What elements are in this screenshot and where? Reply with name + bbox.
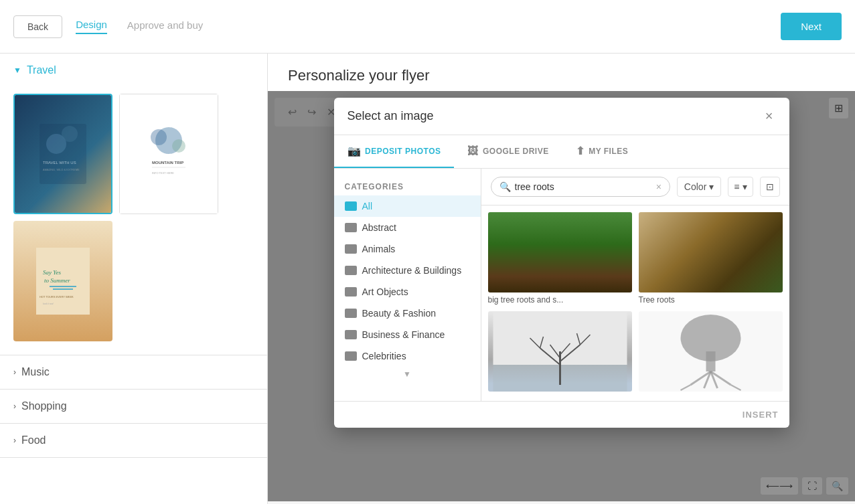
sidebar-section-music: › Music — [0, 355, 267, 390]
chevron-down-icon: ▼ — [13, 66, 21, 75]
category-item-arch[interactable]: Architecture & Buildings — [334, 260, 481, 281]
sidebar-section-shopping-header[interactable]: › Shopping — [0, 390, 267, 423]
image-thumb-2 — [488, 311, 632, 392]
search-icon: 🔍 — [499, 181, 511, 192]
template-preview-travel2: MOUNTAIN TRIP INFO TEXT HERE — [119, 94, 218, 214]
template-card-summer[interactable]: Say Yes to Summer HOT TOURS EVERY WEEK b… — [13, 221, 112, 341]
insert-button[interactable]: INSERT — [743, 410, 779, 420]
search-input-wrap: 🔍 × — [491, 177, 670, 197]
image-thumb-0 — [488, 212, 632, 292]
top-navigation: Back Design Approve and buy Next — [0, 0, 855, 54]
tab-approve-buy[interactable]: Approve and buy — [127, 19, 203, 33]
modal-overlay: Select an image × 📷 DEPOSIT PHOTOS 🖼 GOO… — [268, 91, 855, 501]
images-panel: 🔍 × Color ▾ ≡ ▾ — [481, 169, 789, 401]
image-cell-1[interactable]: Tree roots — [639, 212, 783, 305]
main-layout: ▼ Travel TRAVEL WITH US AMAZING, WILD & … — [0, 54, 855, 504]
category-item-animals[interactable]: Animals — [334, 238, 481, 260]
svg-text:AMAZING, WILD & EXTREME: AMAZING, WILD & EXTREME — [43, 168, 80, 171]
search-input[interactable] — [515, 181, 652, 192]
content-area: Personalize your flyer ↩ ↪ ✕ ⊞ — [268, 54, 855, 504]
next-button[interactable]: Next — [781, 13, 842, 40]
category-item-beauty[interactable]: Beauty & Fashion — [334, 303, 481, 324]
color-filter-label: Color — [684, 181, 706, 192]
svg-point-7 — [172, 139, 185, 153]
modal-tabs: 📷 DEPOSIT PHOTOS 🖼 GOOGLE DRIVE ⬆ MY FIL… — [334, 135, 789, 169]
tab-google-drive[interactable]: 🖼 GOOGLE DRIVE — [454, 135, 562, 168]
sidebar: ▼ Travel TRAVEL WITH US AMAZING, WILD & … — [0, 54, 268, 504]
folder-icon-arch — [345, 266, 357, 275]
modal-footer: INSERT — [334, 401, 789, 428]
svg-text:TRAVEL WITH US: TRAVEL WITH US — [43, 161, 76, 165]
tab-deposit-photos-label: DEPOSIT PHOTOS — [365, 147, 441, 156]
folder-icon-business — [345, 330, 357, 339]
aspect-filter[interactable]: ⊡ — [760, 177, 780, 197]
scroll-down-indicator: ▼ — [334, 367, 481, 382]
svg-point-6 — [151, 129, 167, 145]
template-card-travel1[interactable]: TRAVEL WITH US AMAZING, WILD & EXTREME — [13, 94, 112, 214]
category-label-arch: Architecture & Buildings — [362, 265, 462, 276]
sort-filter[interactable]: ≡ ▾ — [728, 177, 753, 197]
search-clear-button[interactable]: × — [656, 181, 662, 192]
folder-icon-all — [345, 201, 357, 211]
modal-close-button[interactable]: × — [763, 108, 776, 124]
sidebar-templates-travel: TRAVEL WITH US AMAZING, WILD & EXTREME M… — [0, 87, 267, 355]
svg-text:MOUNTAIN TRIP: MOUNTAIN TRIP — [152, 161, 183, 165]
categories-label: CATEGORIES — [334, 175, 481, 195]
category-label-beauty: Beauty & Fashion — [362, 308, 437, 319]
template-card-travel2[interactable]: MOUNTAIN TRIP INFO TEXT HERE — [119, 94, 218, 214]
chevron-down-icon-sort: ▾ — [743, 181, 747, 192]
modal-header: Select an image × — [334, 98, 789, 135]
folder-icon-celebrities — [345, 351, 357, 361]
sidebar-section-music-label: Music — [21, 366, 50, 378]
sort-icon: ≡ — [734, 181, 739, 192]
search-bar: 🔍 × Color ▾ ≡ ▾ — [481, 169, 789, 205]
tab-my-files[interactable]: ⬆ MY FILES — [562, 135, 642, 168]
image-cell-2[interactable] — [488, 311, 632, 394]
categories-panel: CATEGORIES All Abstract A — [334, 169, 481, 401]
category-label-business: Business & Finance — [362, 329, 445, 340]
image-cell-3[interactable] — [639, 311, 783, 394]
category-label-all: All — [362, 201, 373, 212]
svg-text:Say Yes: Say Yes — [43, 269, 61, 276]
back-button[interactable]: Back — [13, 15, 62, 38]
folder-icon-art — [345, 287, 357, 297]
sidebar-section-travel-header[interactable]: ▼ Travel — [0, 54, 267, 87]
folder-icon-animals — [345, 244, 357, 254]
category-item-business[interactable]: Business & Finance — [334, 324, 481, 345]
folder-icon-abstract — [345, 223, 357, 232]
color-filter[interactable]: Color ▾ — [677, 177, 721, 197]
chevron-down-icon-color: ▾ — [709, 181, 714, 192]
tab-design[interactable]: Design — [76, 19, 107, 34]
tab-deposit-photos[interactable]: 📷 DEPOSIT PHOTOS — [334, 135, 455, 168]
image-cell-0[interactable]: big tree roots and s... — [488, 212, 632, 305]
sidebar-section-shopping-label: Shopping — [21, 400, 67, 412]
chevron-right-icon-shopping: › — [13, 402, 16, 411]
image-select-modal: Select an image × 📷 DEPOSIT PHOTOS 🖼 GOO… — [334, 98, 789, 428]
aspect-icon: ⊡ — [766, 181, 774, 192]
sidebar-section-food-label: Food — [21, 434, 46, 446]
svg-text:HOT TOURS EVERY WEEK: HOT TOURS EVERY WEEK — [40, 295, 74, 299]
template-preview-summer: Say Yes to Summer HOT TOURS EVERY WEEK b… — [13, 221, 112, 341]
category-item-all[interactable]: All — [334, 195, 481, 217]
image-icon: 🖼 — [467, 145, 479, 157]
category-item-celebrities[interactable]: Celebrities — [334, 345, 481, 367]
image-label-0: big tree roots and s... — [488, 295, 632, 305]
tab-my-files-label: MY FILES — [589, 147, 628, 156]
sidebar-section-music-header[interactable]: › Music — [0, 355, 267, 389]
category-item-art[interactable]: Art Objects — [334, 281, 481, 303]
folder-icon-beauty — [345, 309, 357, 318]
category-item-abstract[interactable]: Abstract — [334, 217, 481, 238]
page-title: Personalize your flyer — [268, 54, 855, 91]
chevron-right-icon-food: › — [13, 436, 16, 445]
sidebar-section-food-header[interactable]: › Food — [0, 424, 267, 457]
image-thumb-1 — [639, 212, 783, 292]
modal-title: Select an image — [347, 109, 434, 123]
category-label-abstract: Abstract — [362, 222, 396, 233]
chevron-right-icon: › — [13, 367, 16, 377]
svg-point-2 — [62, 126, 78, 142]
modal-body: CATEGORIES All Abstract A — [334, 169, 789, 401]
sidebar-section-travel: ▼ Travel TRAVEL WITH US AMAZING, WILD & … — [0, 54, 267, 355]
svg-text:INFO TEXT HERE: INFO TEXT HERE — [152, 171, 174, 175]
svg-rect-31 — [706, 351, 715, 371]
canvas-area: ↩ ↪ ✕ ⊞ — [268, 91, 855, 501]
